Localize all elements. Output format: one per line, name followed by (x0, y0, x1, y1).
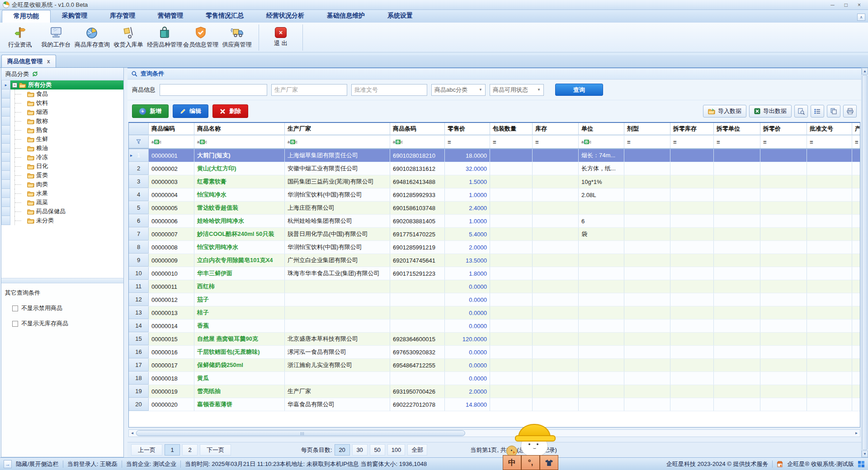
menu-tab-4[interactable]: 营销管理 (146, 10, 194, 23)
filter-cell-2[interactable]: aBc (194, 136, 285, 148)
ime-skin-button[interactable] (540, 455, 558, 470)
column-header-3[interactable]: 生产厂家 (285, 123, 390, 135)
filter-cell-12[interactable]: = (760, 136, 807, 148)
copy-pages-icon[interactable] (827, 105, 840, 118)
toolbar-item-4[interactable]: 收货入库单 (110, 24, 146, 52)
column-header-4[interactable]: 商品条码 (390, 123, 445, 135)
table-row[interactable]: 200000002黄山(大红方印)安徽中烟工业有限责任公司69010281316… (129, 162, 860, 175)
exit-button[interactable]: ×退 出 (263, 24, 299, 52)
filter-cell-8[interactable]: aBc (579, 136, 624, 148)
table-row[interactable]: 2000000020嘉顿香葱薄饼华嘉食品有限公司690222701207814.… (129, 398, 860, 411)
ime-language-button[interactable]: 中 (503, 455, 521, 470)
toolbar-item-6[interactable]: 会员信息管理 (183, 24, 219, 52)
toolbar-item-5[interactable]: 经营品种管理 (146, 24, 183, 52)
menu-tab-2[interactable]: 采购管理 (51, 10, 99, 23)
toolbar-item-3[interactable]: 商品库存查询 (74, 24, 110, 52)
vscroll-thumb[interactable] (862, 75, 868, 450)
table-row[interactable]: 1800000018黄瓜0.0000 (129, 372, 860, 385)
tree-item-root[interactable]: ▸−所有分类 (1, 80, 123, 89)
page-size-100[interactable]: 100 (387, 444, 406, 456)
edit-button[interactable]: 编辑 (173, 104, 208, 118)
abc-category-select[interactable]: 商品abc分类▼ (431, 84, 486, 96)
hscroll-thumb[interactable] (136, 430, 465, 436)
table-row[interactable]: 600000006娃哈哈饮用纯净水杭州娃哈哈集团有限公司690208388140… (129, 215, 860, 228)
filter-cell-13[interactable]: = (807, 136, 852, 148)
scroll-right-icon[interactable]: ► (853, 431, 860, 435)
tree-item-7[interactable]: 粮油 (1, 144, 123, 153)
table-row[interactable]: 300000003红霉素软膏国药集团三益药业(芜湖)有限公司6948162413… (129, 175, 860, 188)
table-row[interactable]: 400000004怡宝纯净水华润怡宝饮料(中国)有限公司690128599293… (129, 188, 860, 202)
column-header-1[interactable]: 商品编码 (149, 123, 194, 135)
printer-icon[interactable] (843, 105, 857, 118)
ime-punctuation-button[interactable]: °, (521, 455, 540, 470)
column-header-7[interactable]: 库存 (533, 123, 579, 135)
close-button[interactable]: × (858, 2, 861, 8)
column-header-5[interactable]: 零售价 (445, 123, 490, 135)
column-header-11[interactable]: 拆零单位 (714, 123, 760, 135)
table-row[interactable]: 1100000011西红柿0.0000 (129, 280, 860, 293)
toggle-sidebar-icon[interactable]: → (4, 460, 12, 468)
page-size-30[interactable]: 30 (352, 444, 368, 456)
table-row[interactable]: 1500000015自然屋 燕窝银耳羹90克北京盛唐本草科技有限公司692836… (129, 333, 860, 346)
table-row[interactable]: 1900000019雪亮纸抽生产厂家69319507004262.0000 (129, 385, 860, 398)
column-header-12[interactable]: 拆零价 (760, 123, 807, 135)
availability-select[interactable]: 商品可用状态▼ (490, 84, 544, 96)
filter-funnel-icon[interactable] (129, 136, 149, 148)
scroll-down-icon[interactable]: ▼ (862, 451, 868, 457)
table-row[interactable]: 500000005雷达蚊香超值装上海庄臣有限公司69015861037482.4… (129, 202, 860, 215)
import-data-button[interactable]: 导入数据 (703, 105, 746, 118)
toolbar-item-7[interactable]: 供应商管理 (219, 24, 255, 52)
tree-item-13[interactable]: 蔬菜 (1, 198, 123, 207)
tree-item-3[interactable]: 烟酒 (1, 108, 123, 117)
checkbox-icon[interactable] (12, 306, 18, 311)
filter-cell-10[interactable]: = (670, 136, 714, 148)
search-button[interactable]: 查询 (555, 84, 603, 96)
filter-cell-11[interactable]: = (714, 136, 760, 148)
page-button-1[interactable]: 1 (165, 444, 180, 456)
tree-expander-icon[interactable]: − (12, 83, 17, 88)
tree-item-14[interactable]: 药品保健品 (1, 207, 123, 216)
panel-splitter[interactable] (124, 68, 127, 457)
table-row[interactable]: 1300000013桔子0.0000 (129, 306, 860, 320)
prev-page-button[interactable]: 上一页 (131, 444, 162, 456)
checkbox-icon[interactable] (12, 321, 18, 327)
menu-tab-5[interactable]: 零售情况汇总 (194, 10, 255, 23)
maximize-button[interactable]: □ (844, 2, 848, 8)
add-button[interactable]: +新增 (132, 104, 169, 118)
page-size-50[interactable]: 50 (370, 444, 385, 456)
filter-checkbox-2[interactable]: 不显示无库存商品 (12, 320, 120, 328)
filter-cell-5[interactable]: = (445, 136, 490, 148)
filter-cell-3[interactable]: aBc (285, 136, 390, 148)
scroll-left-icon[interactable]: ◄ (129, 431, 136, 435)
table-row[interactable]: 800000008怡宝饮用纯净水华润怡宝饮料(中国)有限公司6901285991… (129, 241, 860, 254)
tree-item-4[interactable]: 散称 (1, 117, 123, 126)
tree-item-6[interactable]: 生鲜 (1, 135, 123, 144)
table-row[interactable]: 1400000014香蕉0.0000 (129, 320, 860, 333)
refresh-icon[interactable] (32, 71, 38, 77)
menu-tab-7[interactable]: 基础信息维护 (316, 10, 376, 23)
minimize-button[interactable]: ─ (830, 2, 835, 8)
export-data-button[interactable]: 导出数据 (749, 105, 792, 118)
tab-close-icon[interactable]: x (47, 58, 50, 65)
table-row[interactable]: 700000007妙洁COOL酷杯240ml 50只装脱普日用化学品(中国)有限… (129, 228, 860, 241)
column-header-2[interactable]: 商品名称 (194, 123, 285, 135)
table-row[interactable]: 900000009立白内衣专用除菌皂101克X4广州立白企业集团有限公司6920… (129, 254, 860, 267)
next-page-button[interactable]: 下一页 (200, 444, 231, 456)
table-row[interactable]: 1000000010华丰三鲜伊面珠海市华丰食品工业(集团)有限公司6901715… (129, 267, 860, 280)
tree-item-5[interactable]: 熟食 (1, 126, 123, 135)
tab-product-info[interactable]: 商品信息管理 x (1, 55, 56, 67)
menu-tab-8[interactable]: 系统设置 (376, 10, 424, 23)
tree-item-2[interactable]: 饮料 (1, 99, 123, 108)
tree-item-1[interactable]: 食品 (1, 89, 123, 99)
sidebar-splitter[interactable] (1, 278, 123, 283)
column-header-10[interactable]: 拆零库存 (670, 123, 714, 135)
ribbon-collapse-icon[interactable]: ∧ (857, 14, 865, 21)
scroll-up-icon[interactable]: ▲ (862, 68, 868, 75)
tree-item-9[interactable]: 日化 (1, 162, 123, 171)
filter-cell-9[interactable]: = (624, 136, 670, 148)
vertical-scrollbar[interactable]: ▲ ▼ (861, 68, 868, 457)
filter-cell-7[interactable]: = (533, 136, 579, 148)
menu-tab-3[interactable]: 库存管理 (99, 10, 146, 23)
filter-cell-14[interactable]: = (852, 136, 860, 148)
filter-cell-1[interactable]: aBc (149, 136, 194, 148)
